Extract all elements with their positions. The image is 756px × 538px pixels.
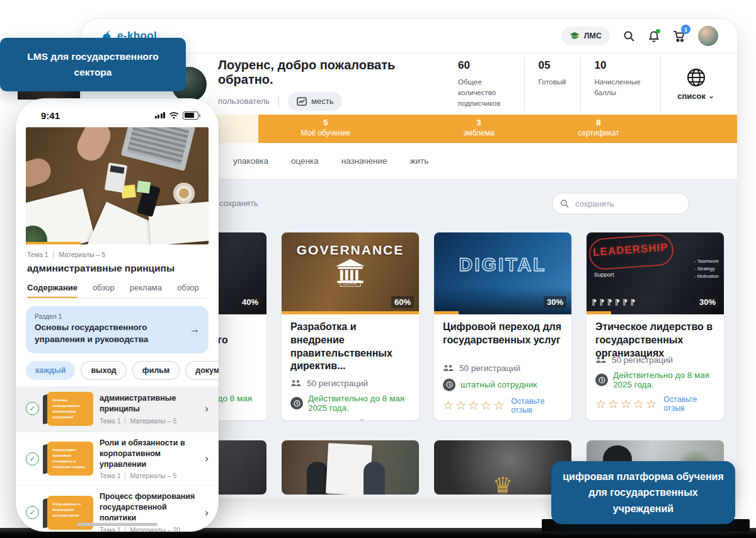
progress-bar [26,242,81,244]
course-title[interactable]: Этическое лидерство в государственных ор… [595,321,715,360]
user-avatar[interactable] [698,26,718,46]
lesson-thumbnail: Нормативно-правовые стандарты и этически… [45,442,93,476]
materials-label: Материалы – 5 [59,251,105,258]
section-label: сохранять [219,198,258,208]
chip-video[interactable]: фильм [132,361,180,380]
chip-all[interactable]: каждый [26,361,75,380]
lesson-item[interactable]: ✓ Нормативно-правовые стандарты и этичес… [16,432,219,486]
home-indicator[interactable] [77,523,158,526]
stat-value: 60 [458,59,510,72]
user-role-label: пользователь [218,96,270,106]
stat-label: Начисленные баллы [595,77,647,98]
enrollment-count: 50 регистраций [459,363,520,373]
search-input[interactable] [574,198,681,209]
course-detail-tabs: Содержание обзор реклама обзор комментар… [27,283,207,299]
course-card[interactable]: DIGITAL 30% Цифровой переход для государ… [434,232,571,420]
course-image: DIGITAL 30% [434,232,571,314]
leave-review-link[interactable]: Оставьте отзыв [358,418,410,420]
person-silhouette [364,462,385,495]
course-search[interactable] [552,193,689,214]
search-icon[interactable] [622,30,635,42]
list-dropdown[interactable]: список ⌄ [660,57,718,111]
thumbnail-text: Основы планирования клинических испытани… [47,392,93,426]
welcome-greeting: Лоуренс, добро пожаловать обратно. [218,58,444,87]
validity-text: Действительно до 8 мая 2025 года. [613,370,715,389]
chess-piece-icon: ♛ [493,472,513,495]
people-icon [443,364,454,372]
lesson-topic: Тема 1 [100,526,120,532]
course-card[interactable]: GOVERNANCE CLICK 60% Разработка и внедре… [282,232,419,420]
stat-value: 10 [595,59,647,72]
tab-count: 5 [272,118,379,127]
wifi-icon [169,112,179,119]
stats-strip: 60 Общее количество подписчиков 05 Готов… [444,57,718,111]
person-silhouette [307,462,328,495]
lesson-topic: Тема 1 [100,472,120,479]
mobile-app-mockup: 9:41 Тема 1 [16,98,219,532]
section-title: Основы государственного управления и рук… [35,322,176,346]
validity-text: Действительно до 8 мая 2025 года. [308,394,410,413]
course-card[interactable]: LEADERSHIP Support - Teamwork - Strategy… [587,232,724,420]
chevron-down-icon: ⌄ [708,91,714,100]
leave-review-link[interactable]: Оставьте отзыв [511,397,563,415]
people-icon [290,379,302,387]
stat-subscribers: 60 Общее количество подписчиков [444,57,524,111]
course-title: административные принципы [27,263,207,274]
star-rating[interactable]: ☆☆☆☆☆ [443,398,506,413]
tab-contents[interactable]: Содержание [27,283,77,292]
lesson-list: ✓ Основы планирования клинических испыта… [16,386,219,532]
period-button[interactable]: месть [288,92,342,111]
tab-count: 3 [425,118,532,127]
tab-badges[interactable]: 3 эмблема [425,118,532,137]
nav-tab-assessment[interactable]: оценка [291,156,319,166]
tab-promo[interactable]: реклама [130,283,162,292]
nav-tab-live[interactable]: жить [410,156,429,166]
nav-tab-assignment[interactable]: назначение [341,156,387,166]
bell-icon[interactable] [648,30,660,42]
sticky-note [137,181,151,194]
discount-badge: 30% [696,296,719,308]
lesson-topic: Тема 1 [100,417,120,425]
lesson-thumbnail: Основы планирования клинических испытани… [45,392,93,426]
clock-icon [443,379,455,391]
tab-review[interactable]: обзор [177,283,199,292]
course-image: LEADERSHIP Support - Teamwork - Strategy… [587,232,724,314]
topic-label: Тема 1 [27,251,48,258]
arrow-right-icon[interactable]: → [190,324,200,335]
cart-icon[interactable]: 1 [673,30,685,42]
divider [53,251,54,258]
lms-badge[interactable]: ЛМС [561,26,610,45]
tab-label: эмблема [425,129,532,137]
course-title[interactable]: Разработка и внедрение правительственных… [290,321,410,373]
clock-icon [290,397,303,409]
section-kicker: Раздел 1 [35,312,200,320]
course-image[interactable] [282,440,419,495]
course-title[interactable]: Цифровой переход для государственных усл… [443,321,563,347]
list-button-label: список [677,91,706,101]
staff-text: штатный сотрудник [461,380,537,389]
check-icon: ✓ [26,452,39,466]
divider [125,527,125,532]
check-icon: ✓ [26,402,39,415]
tab-my-learning[interactable]: 5 Моё обучение [272,118,379,137]
check-icon: ✓ [26,506,39,519]
progress-bar [282,311,419,314]
tab-overview[interactable]: обзор [93,283,115,292]
chip-exit[interactable]: выход [81,361,126,380]
section-card[interactable]: Раздел 1 Основы государственного управле… [26,306,209,353]
nav-tab-packages[interactable]: упаковка [233,156,268,166]
discount-badge: 30% [544,296,566,308]
cart-count-badge: 1 [681,25,690,34]
chip-label: документ [195,366,219,375]
tab-label: сертификат [545,129,652,137]
progress-bar [587,311,611,314]
chip-document[interactable]: документ ▾ [185,361,219,380]
stat-label: Общее количество подписчиков [458,77,510,108]
star-rating[interactable]: ☆☆☆☆☆ [595,397,658,411]
laptop [121,127,195,171]
lesson-item[interactable]: ✓ Основы планирования клинических испыта… [16,386,219,432]
course-image: GOVERNANCE CLICK 60% [282,232,419,314]
tab-certificates[interactable]: 8 сертификат [545,118,652,137]
status-bar: 9:41 [16,98,219,126]
leave-review-link[interactable]: Оставьте отзыв [663,395,715,413]
